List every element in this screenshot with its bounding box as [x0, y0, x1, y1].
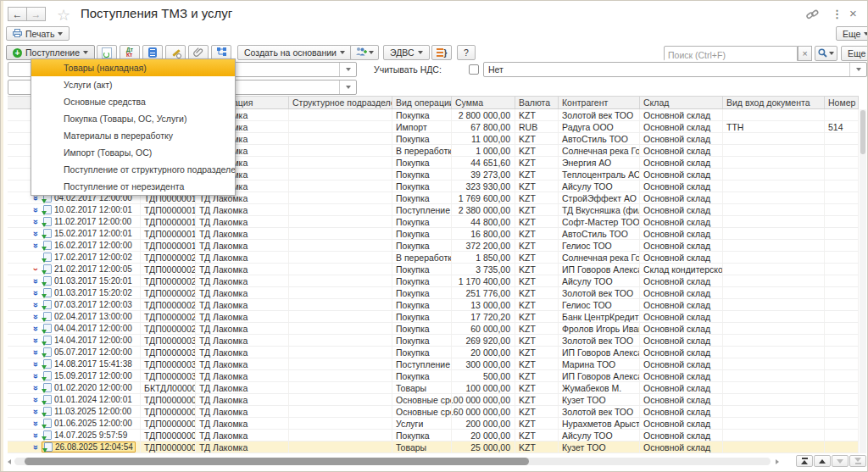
table-row[interactable]: «01.01.2024 12:00:01ТДП00000001ТД Лакомк…: [8, 394, 859, 406]
menu-item[interactable]: Материалы в переработку: [31, 127, 235, 144]
table-row[interactable]: «01.03.2017 15:20:01ТДП00000024ТД Лакомк…: [8, 275, 859, 287]
column-header[interactable]: Номер вх: [825, 97, 859, 108]
table-row[interactable]: «14.04.2017 12:00:00ТДП00000031ТД Лакомк…: [8, 335, 859, 347]
table-row[interactable]: «05.07.2017 12:00:00ТДП00000034ТД Лакомк…: [8, 347, 859, 358]
table-row[interactable]: «26.08.2025 12:04:54ТДП00000006ТД Лакомк…: [8, 441, 859, 453]
table-row[interactable]: ‹21.02.2017 12:00:05ТДП00000022ТД Лакомк…: [8, 264, 859, 275]
horizontal-scrollbar[interactable]: [14, 458, 771, 465]
document-icon: [43, 264, 52, 274]
table-row[interactable]: «14.08.2017 15:41:38ТДП00000032ТД Лакомк…: [8, 358, 859, 370]
search-input-wrap: [664, 46, 798, 61]
table-row[interactable]: «11.02.2017 12:00:00ТДП00000017ТД Лакомк…: [8, 216, 859, 228]
menu-item[interactable]: Основные средства: [31, 93, 235, 110]
more-button-list[interactable]: Еще: [841, 46, 868, 61]
menu-item[interactable]: Поступление от нерезидента: [31, 178, 235, 195]
column-header[interactable]: Склад: [640, 97, 723, 108]
warehouse-cell: Основной склад: [640, 323, 723, 334]
warehouse-cell: Основной склад: [640, 382, 723, 393]
document-number: БКТДЛ000001: [141, 382, 196, 393]
subdivision-cell: [289, 358, 392, 369]
sum-cell: 323 930,00: [452, 180, 515, 192]
table-row[interactable]: «11.03.2025 12:00:00ТДП00000002ТД Лакомк…: [8, 406, 859, 418]
column-header[interactable]: Вид операции: [392, 97, 452, 108]
table-row[interactable]: «15.02.2017 12:00:01ТДП00000018ТД Лакомк…: [8, 228, 859, 240]
page-down-button[interactable]: [832, 455, 849, 467]
more-button-top[interactable]: Еще: [836, 26, 868, 41]
incoming-doc-number-cell: [825, 275, 859, 286]
document-date: 14.04.2017 12:00:00: [54, 336, 132, 345]
table-row[interactable]: «01.06.2025 12:00:00ТДП00000004ТД Лакомк…: [8, 418, 859, 430]
organization-cell: ТД Лакомка: [196, 228, 289, 239]
link-icon[interactable]: [806, 8, 819, 23]
table-row[interactable]: 17.02.2017 12:00:02ТДП00000021ТД Лакомка…: [8, 252, 859, 264]
people-plus-button[interactable]: [350, 45, 379, 60]
column-header[interactable]: Контрагент: [559, 97, 640, 108]
forward-button[interactable]: →: [26, 7, 46, 21]
column-header[interactable]: Структурное подразделение: [289, 97, 392, 108]
table-row[interactable]: «01.02.2020 12:00:00БКТДЛ000001ТД Лакомк…: [8, 382, 859, 394]
favorite-star-icon[interactable]: ☆: [57, 6, 70, 25]
horizontal-scrollbar-thumb[interactable]: [25, 458, 529, 465]
table-row[interactable]: «15.09.2017 12:00:00ТДП00000033ТД Лакомк…: [8, 370, 859, 382]
document-icon: [43, 324, 52, 333]
menu-item[interactable]: Поступление от структурного подразделени…: [31, 161, 235, 178]
document-date: 01.02.2020 12:00:00: [54, 383, 132, 392]
table-row[interactable]: «07.03.2017 12:00:03ТДП00000023ТД Лакомк…: [8, 299, 859, 311]
table-row[interactable]: «14.07.2025 9:57:59ТДП00000001ТД Лакомка…: [8, 430, 859, 441]
table-row[interactable]: «10.02.2017 12:00:01ТДП00000016ТД Лакомк…: [8, 204, 859, 216]
edvs-button[interactable]: ЭДВС: [383, 45, 430, 60]
help-button[interactable]: ?: [457, 45, 476, 60]
page-up-icon: [819, 459, 826, 464]
table-row[interactable]: «04.04.2017 12:00:00ТДП00000026ТД Лакомк…: [8, 323, 859, 335]
go-last-button[interactable]: [849, 455, 866, 467]
print-button[interactable]: Печать: [6, 26, 70, 41]
document-cell: «14.08.2017 15:41:38: [8, 358, 141, 369]
document-icon: [43, 253, 52, 262]
create-on-basis-button[interactable]: Создать на основании: [237, 45, 352, 60]
incoming-doc-number-cell: [825, 323, 859, 334]
operation-type-cell: Покупка: [392, 275, 452, 286]
back-button[interactable]: ←: [8, 7, 27, 21]
scroll-left-arrow-icon[interactable]: [8, 459, 11, 464]
go-first-button[interactable]: [796, 455, 813, 467]
table-row[interactable]: «16.02.2017 12:00:00ТДП00000019ТД Лакомк…: [8, 240, 859, 252]
close-icon[interactable]: ×: [849, 6, 857, 20]
contragent-cell: Радуга ООО: [559, 121, 640, 132]
incoming-doc-kind-cell: [723, 358, 825, 369]
contragent-cell: Солнечная река Гост...: [559, 252, 640, 263]
page-up-button[interactable]: [814, 455, 831, 467]
menu-item[interactable]: Импорт (Товары, ОС): [31, 144, 235, 161]
table-row[interactable]: «02.04.2017 13:00:00ТДП00000027ТД Лакомк…: [8, 311, 859, 323]
vat-combo[interactable]: Нет: [483, 62, 867, 77]
menu-item[interactable]: Услуги (акт): [31, 76, 235, 93]
search-input[interactable]: [665, 48, 797, 62]
incoming-doc-number-cell: [825, 358, 859, 369]
people-plus-icon: [355, 47, 367, 58]
menu-item[interactable]: Покупка (Товары, ОС, Услуги): [31, 110, 235, 127]
status-blue-chevrons-icon: «: [31, 312, 39, 322]
scroll-right-arrow-icon[interactable]: [776, 459, 779, 464]
search-button[interactable]: [815, 46, 837, 61]
column-header[interactable]: Сумма: [452, 97, 515, 108]
organization-cell: ТД Лакомка: [196, 287, 289, 298]
menu-item[interactable]: Товары (накладная): [31, 59, 235, 76]
incoming-doc-kind-cell: [723, 109, 825, 120]
organization-cell: ТД Лакомка: [196, 311, 289, 322]
column-header[interactable]: Валюта: [515, 97, 559, 108]
more-label: Еще: [843, 29, 860, 39]
vat-checkbox[interactable]: [469, 64, 479, 75]
column-header[interactable]: Вид вход документа: [723, 97, 825, 108]
document-number: ТДП00000002: [141, 406, 196, 417]
document-date-cell: 10.02.2017 12:00:01: [42, 204, 134, 215]
subdivision-cell: [289, 418, 392, 429]
report-button[interactable]: }: [431, 45, 452, 60]
table-row[interactable]: «01.03.2017 15:20:02ТДП00000025ТД Лакомк…: [8, 287, 859, 299]
status-blue-chevrons-icon: «: [31, 276, 39, 286]
vertical-scrollbar-thumb[interactable]: [860, 110, 865, 154]
search-clear-button[interactable]: ×: [798, 46, 812, 61]
document-number: ТДП00000024: [141, 275, 196, 286]
vertical-scrollbar[interactable]: [860, 109, 866, 453]
window-menu-dots-icon[interactable]: ⋮: [832, 8, 843, 20]
sum-cell: 1 170 400,00: [452, 275, 515, 286]
operation-type-cell: Основные сред...: [392, 394, 452, 405]
